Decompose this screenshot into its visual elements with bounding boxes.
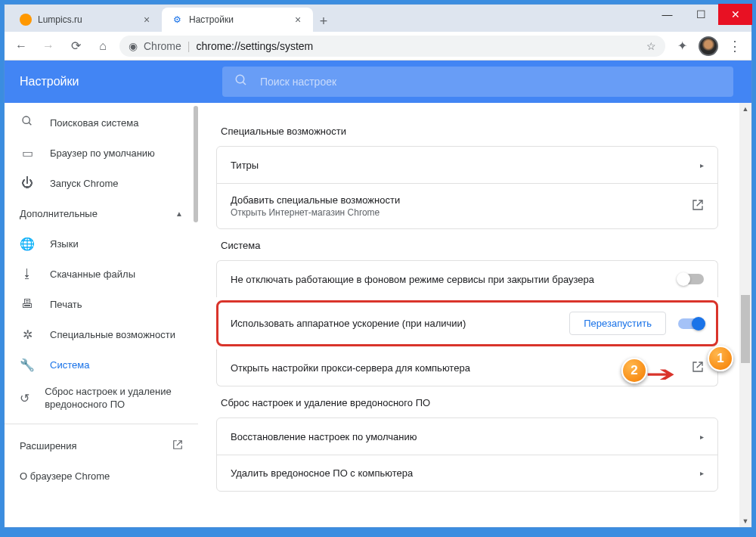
toggle-hardware-acceleration[interactable]: [678, 318, 704, 329]
chevron-right-icon: ▸: [700, 161, 704, 169]
row-cleanup-computer[interactable]: Удалить вредоносное ПО с компьютера ▸: [217, 455, 717, 491]
scroll-down-arrow-icon[interactable]: ▼: [739, 515, 751, 527]
sidebar-item-label: Расширения: [20, 440, 77, 452]
row-sublabel: Открыть Интернет-магазин Chrome: [231, 207, 400, 218]
scroll-up-arrow-icon[interactable]: ▲: [739, 103, 751, 115]
annotation-arrow-icon: ➔: [646, 362, 675, 386]
new-tab-button[interactable]: +: [313, 11, 334, 32]
sidebar-item-label: Специальные возможности: [50, 329, 175, 340]
accessibility-icon: ✲: [20, 327, 35, 342]
chevron-right-icon: ▸: [700, 469, 704, 477]
sidebar-item-label: Печать: [50, 299, 82, 310]
row-label: Восстановление настроек по умолчанию: [231, 431, 417, 442]
annotation-callout-1: 1: [708, 346, 733, 371]
reset-card: Восстановление настроек по умолчанию ▸ У…: [216, 417, 718, 492]
sidebar-item-printing[interactable]: 🖶 Печать: [5, 289, 198, 319]
chrome-menu-button[interactable]: ⋮: [724, 38, 745, 54]
browser-window: Lumpics.ru × ⚙ Настройки × + ← → ⟳ ⌂ ◉ C…: [4, 4, 752, 528]
tab-strip: Lumpics.ru × ⚙ Настройки × +: [5, 5, 751, 32]
row-label: Удалить вредоносное ПО с компьютера: [231, 467, 413, 479]
tab-settings[interactable]: ⚙ Настройки ×: [162, 8, 313, 32]
extensions-icon[interactable]: ✦: [671, 36, 692, 57]
power-icon: ⏻: [20, 176, 35, 190]
row-captions[interactable]: Титры ▸: [217, 147, 717, 183]
bookmark-star-icon[interactable]: ☆: [646, 40, 656, 52]
print-icon: 🖶: [20, 297, 35, 311]
chrome-origin-icon: ◉: [129, 40, 138, 52]
restart-button[interactable]: Перезапустить: [569, 312, 666, 335]
window-maximize-button[interactable]: ☐: [684, 4, 718, 25]
tab-close-icon[interactable]: ×: [141, 14, 153, 26]
sidebar-item-label: Поисковая система: [50, 117, 139, 129]
tab-title: Lumpics.ru: [38, 14, 135, 25]
sidebar-divider: [5, 424, 198, 424]
sidebar-item-system[interactable]: 🔧 Система: [5, 349, 198, 380]
sidebar-item-about[interactable]: О браузере Chrome: [5, 461, 198, 491]
sidebar-item-downloads[interactable]: ⭳ Скачанные файлы: [5, 259, 198, 289]
row-label: Не отключать работающие в фоновом режиме…: [231, 274, 594, 285]
tab-lumpics[interactable]: Lumpics.ru ×: [11, 8, 162, 32]
row-background-apps[interactable]: Не отключать работающие в фоновом режиме…: [217, 261, 717, 297]
home-button[interactable]: ⌂: [92, 36, 113, 57]
url-text: chrome://settings/system: [196, 40, 313, 52]
lumpics-favicon: [20, 14, 32, 26]
section-title-reset: Сброс настроек и удаление вредоносного П…: [221, 397, 718, 408]
content-scrollbar-track[interactable]: ▲ ▼: [739, 103, 751, 527]
chevron-up-icon: ▲: [175, 210, 183, 218]
sidebar-item-default-browser[interactable]: ▭ Браузер по умолчанию: [5, 138, 198, 168]
tab-close-icon[interactable]: ×: [292, 14, 304, 26]
open-external-icon: [692, 199, 704, 213]
toggle-background-apps[interactable]: [678, 274, 704, 284]
accessibility-card: Титры ▸ Добавить специальные возможности…: [216, 146, 718, 229]
forward-button[interactable]: →: [38, 36, 59, 57]
row-restore-defaults[interactable]: Восстановление настроек по умолчанию ▸: [217, 418, 717, 455]
settings-search-box[interactable]: [222, 67, 733, 97]
sidebar-item-label: Сброс настроек и удаление вредоносного П…: [45, 386, 183, 411]
sidebar-item-on-startup[interactable]: ⏻ Запуск Chrome: [5, 168, 198, 198]
search-icon: [20, 115, 35, 130]
row-add-accessibility[interactable]: Добавить специальные возможности Открыть…: [217, 183, 717, 228]
open-external-icon: [692, 361, 704, 375]
settings-sidebar: Поисковая система ▭ Браузер по умолчанию…: [5, 103, 198, 527]
reset-icon: ↺: [20, 391, 29, 405]
svg-line-3: [29, 123, 31, 125]
section-title-system: Система: [221, 240, 718, 251]
row-hardware-acceleration[interactable]: Использовать аппаратное ускорение (при н…: [216, 300, 718, 346]
window-icon: ▭: [20, 146, 35, 160]
window-minimize-button[interactable]: —: [650, 4, 684, 25]
row-label: Титры: [231, 160, 259, 171]
section-title-accessibility: Специальные возможности: [221, 126, 718, 137]
settings-favicon: ⚙: [171, 14, 183, 26]
sidebar-item-extensions[interactable]: Расширения: [5, 430, 198, 461]
wrench-icon: 🔧: [20, 358, 35, 372]
address-field[interactable]: ◉ Chrome | chrome://settings/system ☆: [119, 36, 665, 57]
sidebar-item-label: О браузере Chrome: [20, 470, 110, 482]
chevron-right-icon: ▸: [700, 433, 704, 441]
back-button[interactable]: ←: [11, 36, 32, 57]
sidebar-item-languages[interactable]: 🌐 Языки: [5, 228, 198, 259]
svg-point-0: [236, 75, 244, 83]
address-bar: ← → ⟳ ⌂ ◉ Chrome | chrome://settings/sys…: [5, 32, 751, 61]
sidebar-group-advanced[interactable]: Дополнительные ▲: [5, 198, 198, 228]
sidebar-item-label: Запуск Chrome: [50, 178, 119, 189]
sidebar-item-accessibility[interactable]: ✲ Специальные возможности: [5, 319, 198, 349]
reload-button[interactable]: ⟳: [65, 36, 86, 57]
profile-avatar[interactable]: [699, 36, 718, 56]
settings-content: ▲ ▼ 1 2 ➔ Специальные возможности Титры …: [198, 103, 751, 527]
sidebar-item-search-engine[interactable]: Поисковая система: [5, 107, 198, 138]
open-external-icon: [172, 439, 183, 452]
sidebar-item-label: Браузер по умолчанию: [50, 147, 155, 159]
origin-label: Chrome: [144, 40, 181, 52]
window-close-button[interactable]: ✕: [718, 4, 752, 25]
sidebar-item-label: Скачанные файлы: [50, 268, 135, 280]
search-icon: [234, 73, 248, 90]
settings-search-input[interactable]: [260, 76, 721, 88]
sidebar-item-label: Языки: [50, 238, 79, 250]
settings-body: Поисковая система ▭ Браузер по умолчанию…: [5, 103, 751, 527]
content-scrollbar-thumb[interactable]: [741, 295, 750, 363]
separator: |: [187, 40, 191, 52]
system-card: Не отключать работающие в фоновом режиме…: [216, 260, 718, 297]
sidebar-item-reset[interactable]: ↺ Сброс настроек и удаление вредоносного…: [5, 380, 198, 417]
svg-line-1: [243, 82, 246, 85]
sidebar-group-label: Дополнительные: [20, 208, 98, 219]
